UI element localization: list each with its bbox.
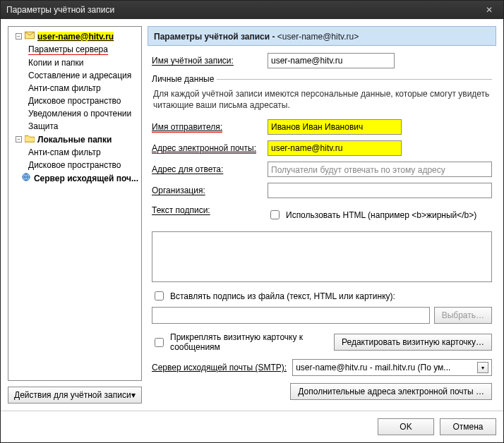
smtp-select[interactable]: user-name@hitv.ru - mail.hitv.ru (По ум.… — [292, 359, 492, 376]
dialog-footer: OK Отмена — [1, 411, 503, 442]
globe-icon — [21, 173, 31, 183]
tree-item-security[interactable]: Защита — [8, 120, 141, 133]
tree-account-root[interactable]: − user-name@hitv.ru — [8, 30, 141, 43]
chevron-down-icon: ▾ — [477, 362, 488, 373]
titlebar: Параметры учётной записи ✕ — [1, 1, 503, 19]
reply-to-label: Адрес для ответа: — [152, 164, 262, 174]
account-actions-button[interactable]: Действия для учётной записи ▾ — [8, 387, 142, 403]
tree-smtp[interactable]: Сервер исходящей поч... — [8, 171, 141, 185]
personal-data-legend: Личные данные — [152, 74, 217, 84]
signature-text-label: Текст подписи: — [152, 204, 262, 215]
account-name-input[interactable] — [268, 53, 395, 68]
sender-name-label: Имя отправителя: — [152, 122, 262, 132]
personal-data-description: Для каждой учётной записи имеются персон… — [153, 88, 492, 111]
additional-addresses-button[interactable]: Дополнительные адреса электронной почты … — [290, 383, 492, 400]
tree-item-antispam[interactable]: Анти-спам фильтр — [8, 82, 141, 95]
signature-file-checkbox[interactable] — [155, 291, 164, 301]
main-panel: Параметры учётной записи - <user-name@hi… — [148, 26, 496, 403]
edit-vcard-button[interactable]: Редактировать визитную карточку… — [334, 334, 492, 351]
mail-icon — [25, 31, 35, 42]
email-input[interactable] — [268, 140, 402, 156]
tree-item-server-params[interactable]: Параметры сервера — [8, 43, 141, 56]
tree-item-copies[interactable]: Копии и папки — [8, 56, 141, 69]
window-title: Параметры учётной записи — [6, 5, 114, 15]
smtp-label: Сервер исходящей почты (SMTP): — [152, 363, 287, 372]
expander-icon[interactable]: − — [16, 136, 22, 142]
tree-account-label: user-name@hitv.ru — [37, 32, 114, 42]
attach-vcard-label: Прикреплять визитную карточку к сообщени… — [170, 332, 318, 352]
tree-item-local-antispam[interactable]: Анти-спам фильтр — [8, 146, 141, 159]
organization-input[interactable] — [268, 183, 492, 198]
signature-textarea[interactable] — [152, 231, 492, 282]
sender-name-input[interactable] — [268, 119, 402, 135]
tree-item-receipts[interactable]: Уведомления о прочтении — [8, 107, 141, 120]
ok-button[interactable]: OK — [378, 418, 434, 435]
use-html-label: Использовать HTML (например <b>жирный</b… — [286, 210, 476, 220]
use-html-checkbox[interactable] — [270, 210, 280, 219]
tree-item-local-disk[interactable]: Дисковое пространство — [8, 159, 141, 171]
signature-file-path[interactable] — [152, 307, 430, 324]
signature-file-label: Вставлять подпись из файла (текст, HTML … — [170, 291, 395, 301]
email-label: Адрес электронной почты: — [152, 143, 262, 153]
attach-vcard-checkbox[interactable] — [155, 338, 164, 347]
tree-local-folders[interactable]: − Локальные папки — [8, 133, 141, 146]
reply-to-input[interactable]: Получатели будут отвечать по этому адрес… — [268, 162, 492, 177]
expander-icon[interactable]: − — [16, 33, 22, 40]
window-close-icon[interactable]: ✕ — [481, 5, 498, 15]
tree-item-disk[interactable]: Дисковое пространство — [8, 95, 141, 107]
tree-item-compose[interactable]: Составление и адресация — [8, 69, 141, 82]
account-tree: − user-name@hitv.ru Параметры сервера Ко… — [8, 26, 142, 381]
sidebar: − user-name@hitv.ru Параметры сервера Ко… — [8, 26, 142, 403]
cancel-button[interactable]: Отмена — [440, 418, 496, 435]
panel-title: Параметры учётной записи - <user-name@hi… — [148, 26, 496, 46]
browse-button[interactable]: Выбрать… — [434, 307, 492, 324]
account-name-label: Имя учётной записи: — [152, 56, 262, 66]
folder-icon — [25, 134, 35, 145]
organization-label: Организация: — [152, 186, 262, 195]
chevron-down-icon: ▾ — [131, 390, 136, 400]
